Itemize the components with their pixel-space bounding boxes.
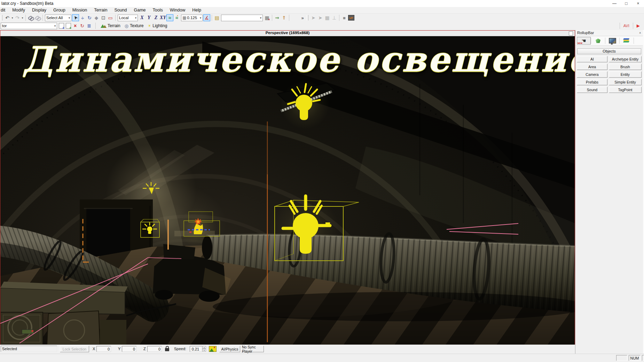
redo-dropdown[interactable]: ▾	[21, 16, 24, 19]
layer-list-button[interactable]: ▤	[213, 14, 220, 21]
toolbar-grip[interactable]	[307, 15, 308, 21]
lock-icon[interactable]	[165, 348, 169, 351]
snap-terrain-button[interactable]: ≈●	[173, 14, 180, 21]
object-button-entity[interactable]: Entity	[609, 71, 642, 78]
axis-z-button[interactable]: Z	[152, 14, 159, 21]
no-sync-player-button[interactable]: No Sync Player	[242, 346, 264, 352]
terrain-collision-icon[interactable]	[209, 346, 217, 352]
link-button[interactable]	[27, 14, 34, 21]
menu-modify[interactable]: Modify	[9, 8, 29, 13]
unlink-button[interactable]	[34, 14, 41, 21]
minimize-button[interactable]: —	[608, 0, 620, 7]
tab-display[interactable]	[605, 37, 619, 45]
separator	[95, 23, 96, 29]
area-select-button[interactable]: ▭	[107, 14, 114, 21]
move-tool-button[interactable]: ↔↕	[79, 14, 86, 21]
named-selection-combo[interactable]: ▾	[221, 15, 263, 21]
menu-window[interactable]: Window	[166, 8, 189, 13]
avi-record-button[interactable]: AVI	[621, 24, 631, 28]
y-input[interactable]: 0	[122, 346, 136, 352]
object-button-sound[interactable]: Sound	[577, 87, 607, 93]
viewport-header[interactable]: Perspective (1695x868)	[0, 31, 575, 36]
undo-dropdown[interactable]: ▾	[11, 16, 14, 19]
axis-x-button[interactable]: X	[139, 14, 146, 21]
send-to-game-button[interactable]: ⇒	[274, 14, 281, 21]
new-layer-button[interactable]: +	[58, 22, 65, 29]
terrain-icon	[101, 24, 106, 28]
delete-layer-button[interactable]: ×	[72, 22, 79, 29]
speed-input[interactable]: 0.21	[190, 346, 202, 352]
object-button-simple-entity[interactable]: Simple Entity	[609, 79, 642, 85]
avi-controls: AVI ▶	[618, 22, 642, 30]
object-button-tagpoint[interactable]: TagPoint	[609, 87, 642, 93]
object-button-area[interactable]: Area	[577, 64, 607, 70]
lock-selection-button[interactable]: Lock Selection	[60, 346, 89, 352]
object-button-ai[interactable]: AI	[577, 56, 607, 62]
lighting-toggle-button[interactable]: ☀ Lighting	[146, 22, 169, 29]
rollupbar-caption[interactable]: RollupBar ▴	[575, 30, 643, 36]
axis-xy-button[interactable]: XY	[159, 14, 166, 21]
follow-terrain-button[interactable]: ≈	[166, 14, 173, 21]
speed-spinner[interactable]: ▴ ▾	[202, 346, 206, 352]
scene-canvas[interactable]	[0, 36, 575, 345]
angle-snap-button[interactable]: ∡	[203, 14, 210, 21]
toolbar-overflow-button[interactable]: »	[299, 14, 306, 21]
axis-y-button[interactable]: Y	[146, 14, 152, 21]
menu-help[interactable]: Help	[189, 8, 205, 13]
uf-button[interactable]: UF	[348, 14, 355, 21]
delete-icon: ×	[74, 23, 77, 29]
viewport-scene[interactable]: Динамическое освещение	[0, 36, 575, 345]
menu-mission[interactable]: Mission	[69, 8, 91, 13]
select-all-combo[interactable]: Select All ▾	[45, 15, 71, 21]
menu-group[interactable]: Group	[50, 8, 69, 13]
texture-icon: ◎	[125, 23, 128, 29]
object-button-camera[interactable]: Camera	[577, 71, 607, 78]
menu-terrain[interactable]: Terrain	[91, 8, 111, 13]
terrain-sun-icon: ≈●	[175, 15, 178, 21]
spin-down-icon[interactable]: ▾	[202, 349, 206, 352]
x-input[interactable]: 0	[96, 346, 111, 352]
close-button[interactable]: ×	[632, 0, 644, 7]
new-folder-button[interactable]: +	[65, 22, 72, 29]
ai-physics-button[interactable]: AI/Physics	[219, 346, 240, 352]
z-input[interactable]: 0	[147, 346, 162, 352]
export-button[interactable]: ⇑	[281, 14, 288, 21]
object-button-archetype-entity[interactable]: Archetype Entity	[609, 56, 642, 62]
layer-selector-combo[interactable]: tor ▾	[1, 23, 57, 29]
select-object-button[interactable]: ⊡	[100, 14, 107, 21]
selection-status-field: Selected	[1, 346, 57, 352]
layer-log-button[interactable]: ≣	[86, 22, 93, 29]
undo-button[interactable]: ↶	[4, 14, 11, 21]
menu-display[interactable]: Display	[29, 8, 50, 13]
menu-edit[interactable]: dit	[0, 8, 9, 13]
object-button-prefabs[interactable]: Prefabs	[577, 79, 607, 85]
tab-terrain[interactable]	[591, 37, 605, 45]
select-tool-button[interactable]: ➤	[72, 14, 79, 21]
viewport-maximize-box[interactable]	[569, 31, 573, 36]
objects-section-header[interactable]: Objects	[577, 48, 641, 54]
collapse-icon[interactable]: ▴	[639, 31, 641, 34]
grid-snap-combo[interactable]: ▦ 0.125 ▾	[181, 15, 203, 21]
status-cell-partial	[642, 355, 644, 361]
coord-system-combo[interactable]: Local ▾	[118, 15, 138, 21]
scale-tool-button[interactable]: ◆	[93, 14, 100, 21]
bottom-statusbar: NUM	[0, 354, 644, 362]
rotate-tool-button[interactable]: ↻	[86, 14, 93, 21]
chevron-down-icon: ▾	[67, 16, 70, 19]
reload-layer-button[interactable]: ↻	[79, 22, 86, 29]
remove-selection-button[interactable]: ▦×	[264, 14, 270, 21]
menu-game[interactable]: Game	[131, 8, 149, 13]
tab-objects[interactable]: ☚ NEW	[577, 37, 591, 45]
toolbar-grip[interactable]	[1, 15, 2, 21]
object-button-brush[interactable]: Brush	[609, 64, 642, 70]
spin-up-icon[interactable]: ▴	[202, 346, 206, 349]
redo-button[interactable]: ↷	[14, 14, 21, 21]
terrain-toggle-button[interactable]: Terrain	[99, 22, 123, 29]
play-button[interactable]: ▶	[635, 23, 642, 28]
restore-button[interactable]: □	[620, 0, 632, 7]
menu-tools[interactable]: Tools	[149, 8, 166, 13]
menu-sound[interactable]: Sound	[111, 8, 130, 13]
texture-toggle-button[interactable]: ◎ Texture	[123, 22, 146, 29]
disabled-tool-d: ⊥	[331, 14, 338, 21]
tab-layers[interactable]	[620, 37, 634, 45]
